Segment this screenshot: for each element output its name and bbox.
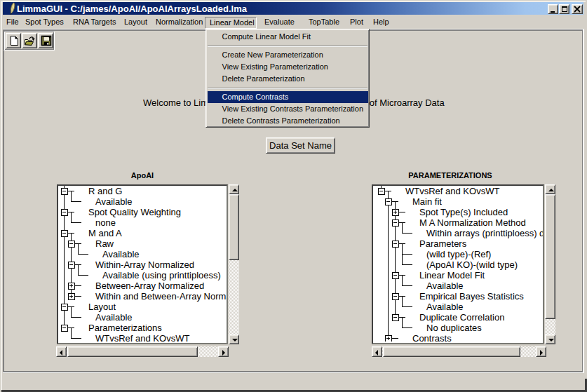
svg-text:Within-Array Normalized: Within-Array Normalized	[95, 259, 194, 270]
svg-text:WTvsRef and KOvsWT: WTvsRef and KOvsWT	[405, 186, 499, 196]
svg-text:Duplicate Correlation: Duplicate Correlation	[419, 312, 504, 323]
svg-text:WTvsRef and KOvsWT: WTvsRef and KOvsWT	[95, 333, 189, 342]
svg-text:(wild type)-(Ref): (wild type)-(Ref)	[426, 249, 491, 259]
svg-text:Between-Array Normalized: Between-Array Normalized	[95, 281, 204, 291]
svg-text:Available (using printtiploess: Available (using printtiploess)	[102, 270, 221, 281]
svg-text:Available: Available	[426, 281, 464, 291]
svg-text:Available: Available	[95, 196, 133, 207]
svg-text:Within arrays (printtiploess): Within arrays (printtiploess) done	[426, 228, 543, 238]
svg-text:Within and Between-Array Norma: Within and Between-Array Normalized	[95, 291, 227, 302]
svg-text:(ApoAI KO)-(wild type): (ApoAI KO)-(wild type)	[426, 259, 518, 270]
svg-text:M A Normalization Method: M A Normalization Method	[419, 217, 526, 228]
svg-text:none: none	[95, 217, 116, 228]
svg-text:Spot Quality Weighting: Spot Quality Weighting	[88, 207, 181, 217]
svg-text:Spot Type(s) Included: Spot Type(s) Included	[419, 207, 508, 217]
svg-text:No duplicates: No duplicates	[426, 323, 482, 333]
svg-text:Available: Available	[426, 302, 464, 312]
svg-text:Available: Available	[95, 312, 133, 323]
svg-text:R and G: R and G	[88, 186, 122, 196]
svg-text:M and A: M and A	[88, 228, 122, 238]
svg-text:Raw: Raw	[95, 238, 114, 249]
svg-text:Empirical Bayes Statistics: Empirical Bayes Statistics	[419, 291, 524, 302]
svg-text:Parameters: Parameters	[419, 238, 467, 249]
svg-text:Available: Available	[102, 249, 140, 259]
svg-text:Linear Model Fit: Linear Model Fit	[419, 270, 485, 281]
svg-text:Contrasts: Contrasts	[412, 333, 452, 342]
svg-text:Parameterizations: Parameterizations	[88, 323, 162, 333]
svg-text:Layout: Layout	[88, 302, 116, 312]
svg-text:Main fit: Main fit	[412, 196, 442, 207]
